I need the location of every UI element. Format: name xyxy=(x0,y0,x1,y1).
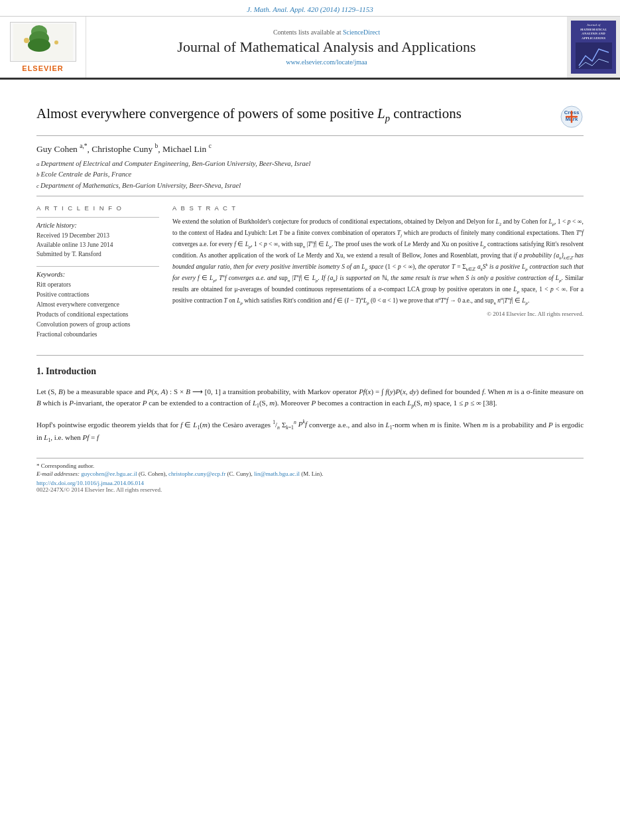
article-info-label: A R T I C L E I N F O xyxy=(36,204,159,212)
affiliation-b: b Ecole Centrale de Paris, France xyxy=(36,169,584,180)
intro-heading: 1. Introduction xyxy=(36,366,584,377)
abstract-text: We extend the solution of Burkholder's c… xyxy=(172,217,584,307)
received-date: Received 19 December 2013 xyxy=(36,231,159,240)
keyword-6: Fractional coboundaries xyxy=(36,330,159,340)
footer-divider xyxy=(36,458,584,458)
keyword-5: Convolution powers of group actions xyxy=(36,320,159,330)
sciencedirect-link[interactable]: ScienceDirect xyxy=(343,29,380,36)
affiliations: a Department of Electrical and Computer … xyxy=(36,159,584,191)
affiliation-a: a Department of Electrical and Computer … xyxy=(36,159,584,169)
svg-rect-7 xyxy=(576,42,612,69)
journal-name: Journal of Mathematical Analysis and App… xyxy=(177,38,475,56)
article-title: Almost everywhere convergence of powers … xyxy=(36,105,462,125)
keyword-4: Products of conditional expectations xyxy=(36,310,159,320)
main-content: Almost everywhere convergence of powers … xyxy=(0,80,620,506)
keyword-3: Almost everywhere convergence xyxy=(36,300,159,310)
keyword-1: Ritt operators xyxy=(36,280,159,290)
citation-bar: J. Math. Anal. Appl. 420 (2014) 1129–115… xyxy=(0,0,620,17)
email-cohen[interactable]: guycohen@ee.bgu.ac.il xyxy=(81,470,137,477)
doi-link[interactable]: http://dx.doi.org/10.1016/j.jmaa.2014.06… xyxy=(36,480,584,486)
article-history: Article history: Received 19 December 20… xyxy=(36,217,159,259)
article-info-col: A R T I C L E I N F O Article history: R… xyxy=(36,204,159,340)
info-abstract-section: A R T I C L E I N F O Article history: R… xyxy=(36,196,584,348)
available-date: Available online 13 June 2014 xyxy=(36,240,159,249)
copyright-line: © 2014 Elsevier Inc. All rights reserved… xyxy=(172,311,584,317)
abstract-col: A B S T R A C T We extend the solution o… xyxy=(172,204,584,340)
journal-cover-image: Journal of MATHEMATICAL ANALYSIS AND APP… xyxy=(571,21,616,74)
intro-para1: Let (S, B) be a measurable space and P(x… xyxy=(36,386,584,411)
elsevier-wordmark: ELSEVIER xyxy=(22,64,63,72)
elsevier-logo-image xyxy=(10,22,76,62)
keyword-2: Positive contractions xyxy=(36,290,159,300)
corresponding-note: * Corresponding author. xyxy=(36,462,584,469)
history-title: Article history: xyxy=(36,222,159,229)
intro-para2: Hopf's pointwise ergodic theorem yields … xyxy=(36,419,584,445)
affiliation-c: c Department of Mathematics, Ben-Gurion … xyxy=(36,180,584,191)
elsevier-logo-section: ELSEVIER xyxy=(0,17,86,78)
journal-title-section: Contents lists available at ScienceDirec… xyxy=(86,17,567,78)
journal-cover-section: Journal of MATHEMATICAL ANALYSIS AND APP… xyxy=(567,17,620,78)
email-addresses: E-mail addresses: guycohen@ee.bgu.ac.il … xyxy=(36,470,584,477)
article-title-section: Almost everywhere convergence of powers … xyxy=(36,93,584,136)
svg-point-4 xyxy=(28,38,50,52)
keywords-title: Keywords: xyxy=(36,271,159,278)
page: J. Math. Anal. Appl. 420 (2014) 1129–115… xyxy=(0,0,620,840)
email-lin[interactable]: lin@math.bgu.ac.il xyxy=(254,470,300,477)
issn-line: 0022-247X/© 2014 Elsevier Inc. All right… xyxy=(36,486,584,493)
journal-url[interactable]: www.elsevier.com/locate/jmaa xyxy=(286,58,367,66)
crossmark-icon[interactable]: Cross Mark xyxy=(560,105,584,129)
svg-point-5 xyxy=(24,38,29,43)
citation-text: J. Math. Anal. Appl. 420 (2014) 1129–115… xyxy=(247,5,373,13)
section-divider xyxy=(36,355,584,356)
svg-point-6 xyxy=(54,40,58,44)
contents-line: Contents lists available at ScienceDirec… xyxy=(273,29,380,36)
keywords-section: Keywords: Ritt operators Positive contra… xyxy=(36,266,159,340)
journal-header: ELSEVIER Contents lists available at Sci… xyxy=(0,17,620,80)
email-cuny[interactable]: christophe.cuny@ecp.fr xyxy=(168,470,225,477)
authors-section: Guy Cohen a,*, Christophe Cuny b, Michae… xyxy=(36,136,584,196)
authors-line: Guy Cohen a,*, Christophe Cuny b, Michae… xyxy=(36,143,584,155)
submitted-by: Submitted by T. Ransford xyxy=(36,249,159,259)
abstract-label: A B S T R A C T xyxy=(172,204,584,212)
